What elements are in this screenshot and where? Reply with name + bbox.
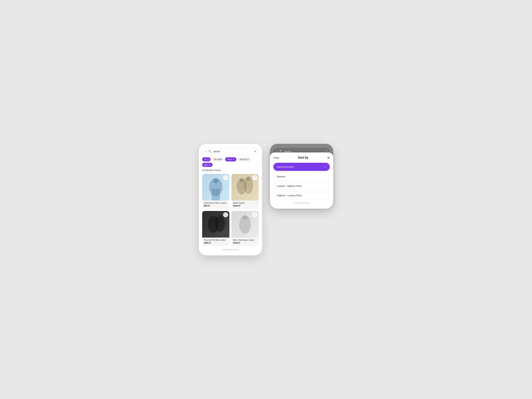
product-image-3: ♡ xyxy=(202,211,229,238)
sort-sheet: Clear Sort by ✕ Recommended ✓ Newest Low… xyxy=(270,152,333,209)
price-chevron-1: ▼ xyxy=(233,158,234,160)
filter-row-1: ⚡ 2 On Sale Price ▼ Sort by ▼ Men ▼ xyxy=(202,157,259,167)
sort-option-newest-label: Newest xyxy=(277,175,285,178)
product-price-1: $56.97 xyxy=(204,205,228,207)
svg-point-6 xyxy=(246,177,251,181)
home-indicator-2 xyxy=(293,203,310,203)
sort-option-newest[interactable]: Newest xyxy=(273,173,330,180)
filter-icon-1: ⚡ xyxy=(204,158,207,161)
sort-title: Sort by xyxy=(298,156,308,159)
app-container: ‹ 🔍 Jacket ✕ ⚡ 2 On Sale Price ▼ Sort by… xyxy=(199,144,333,255)
sort-option-recommended[interactable]: Recommended ✓ xyxy=(273,163,330,171)
clear-search-button-1[interactable]: ✕ xyxy=(254,150,256,153)
svg-rect-2 xyxy=(212,189,220,201)
price-chip-1[interactable]: Price ▼ xyxy=(225,157,236,161)
product-image-4: ♡ xyxy=(231,211,259,238)
price-chip-label-1: Price xyxy=(227,158,232,161)
svg-point-12 xyxy=(243,215,247,220)
product-name-3: Therma Fit Puffer Jacket xyxy=(204,239,228,241)
search-query-2: Jacket xyxy=(284,150,324,153)
wishlist-btn-4[interactable]: ♡ xyxy=(252,212,257,217)
search-bar-1: ‹ 🔍 Jacket ✕ xyxy=(202,148,259,155)
wishlist-btn-2[interactable]: ♡ xyxy=(252,175,257,180)
search-icon-1: 🔍 xyxy=(208,150,212,153)
sort-chip-1[interactable]: Sort by ▼ xyxy=(238,157,251,161)
search-query-1: Jacket xyxy=(213,150,253,153)
product-price-4: $128.97 xyxy=(233,242,257,244)
results-count-1: 53 Results Found xyxy=(202,169,259,171)
men-chip-1[interactable]: Men ▼ xyxy=(202,163,213,167)
sort-options: Recommended ✓ Newest Lowest - Highest Pr… xyxy=(273,163,330,199)
product-grid-1: ♡ Club Fleece Mens Jacket $56.97 ♡ xyxy=(202,174,259,246)
sort-option-recommended-label: Recommended xyxy=(277,165,294,168)
product-card-3: ♡ Therma Fit Puffer Jacket $280.97 xyxy=(202,211,229,246)
svg-point-1 xyxy=(214,178,218,183)
sort-option-lowest-price-label: Lowest - Highest Price xyxy=(277,184,302,187)
product-info-2: Skate Jacket $150.97 xyxy=(231,201,259,209)
sort-option-highest-price[interactable]: Highest - Lowest Price xyxy=(273,191,330,199)
wishlist-btn-3[interactable]: ♡ xyxy=(223,212,228,217)
product-image-2: ♡ xyxy=(231,174,259,201)
svg-point-10 xyxy=(218,214,222,218)
sort-option-highest-price-label: Highest - Lowest Price xyxy=(277,194,302,197)
product-image-1: ♡ xyxy=(202,174,229,201)
wishlist-btn-1[interactable]: ♡ xyxy=(223,175,228,180)
home-indicator-1 xyxy=(222,249,239,250)
svg-point-5 xyxy=(240,178,244,182)
product-name-1: Club Fleece Mens Jacket xyxy=(204,202,228,204)
product-name-4: Men's Workwear Jacket xyxy=(233,239,257,241)
sort-header: Clear Sort by ✕ xyxy=(273,156,330,160)
back-button-1[interactable]: ‹ xyxy=(205,150,207,153)
phone-2-wrapper: ‹ 🔍 Jacket ✕ ⚡ 2 On Sale Price ▼ Sort by xyxy=(270,144,333,209)
product-card-1: ♡ Club Fleece Mens Jacket $56.97 xyxy=(202,174,229,209)
filter-badge-1[interactable]: ⚡ 2 xyxy=(202,157,211,161)
sort-chip-label-1: Sort by xyxy=(240,158,247,161)
phone-2: ‹ 🔍 Jacket ✕ ⚡ 2 On Sale Price ▼ Sort by xyxy=(270,144,333,209)
product-info-1: Club Fleece Mens Jacket $56.97 xyxy=(202,201,229,209)
product-info-4: Men's Workwear Jacket $128.97 xyxy=(231,238,259,246)
check-icon: ✓ xyxy=(324,165,326,168)
filter-count-1: 2 xyxy=(208,158,209,161)
product-price-2: $150.97 xyxy=(233,205,257,207)
men-chevron-1: ▼ xyxy=(209,164,211,166)
on-sale-chip-1[interactable]: On Sale xyxy=(212,157,224,161)
phone-1: ‹ 🔍 Jacket ✕ ⚡ 2 On Sale Price ▼ Sort by… xyxy=(199,144,262,255)
sort-chevron-1: ▼ xyxy=(247,158,249,160)
product-info-3: Therma Fit Puffer Jacket $280.97 xyxy=(202,238,229,246)
svg-point-9 xyxy=(211,215,215,219)
product-card-2: ♡ Skate Jacket $150.97 xyxy=(231,174,259,209)
product-name-2: Skate Jacket xyxy=(233,202,257,204)
product-price-3: $280.97 xyxy=(204,242,228,244)
product-card-4: ♡ Men's Workwear Jacket $128.97 xyxy=(231,211,259,246)
men-chip-label-1: Men xyxy=(204,164,208,166)
sort-option-lowest-price[interactable]: Lowest - Highest Price xyxy=(273,182,330,190)
sort-close-button[interactable]: ✕ xyxy=(327,156,330,160)
sort-clear-button[interactable]: Clear xyxy=(273,156,279,159)
